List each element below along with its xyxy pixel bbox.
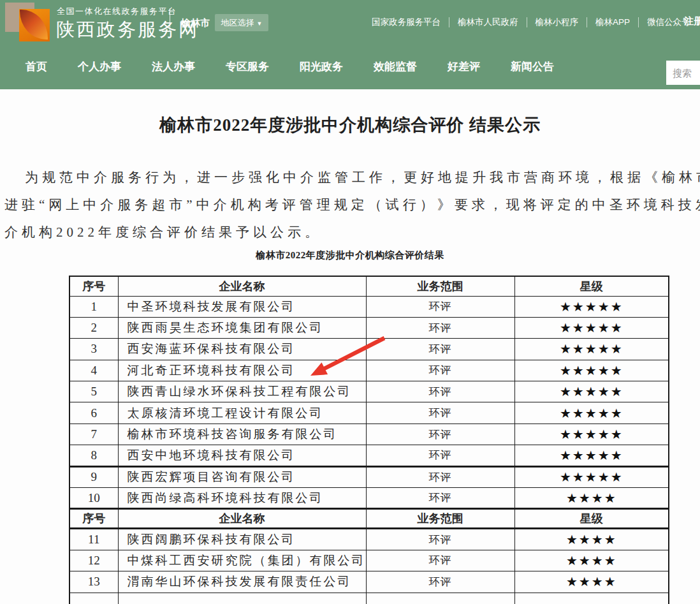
- nav-item-7[interactable]: 新闻公告: [511, 59, 554, 74]
- seq-cell: 6: [69, 402, 118, 424]
- table-row: 8西安中地环境科技有限公司环评★★★★★: [69, 445, 669, 466]
- platform-tagline: 全国一体化在线政务服务平台: [57, 6, 177, 17]
- star-rating-cell: ★★★★: [514, 550, 669, 571]
- table-header-row: 序号企业名称业务范围星级: [69, 276, 669, 296]
- company-name-cell: 中圣环境科技发展有限公司: [118, 296, 366, 317]
- seq-cell: 13: [69, 571, 118, 593]
- region-selector-button[interactable]: 地区选择▼: [215, 14, 268, 31]
- top-links: 国家政务服务平台榆林市人民政府榆林小程序榆林APP微信公众号: [363, 17, 699, 28]
- nav-item-1[interactable]: 个人办事: [78, 59, 121, 74]
- paragraph-line: 为规范中介服务行为，进一步强化中介监管工作，更好地提升我市营商环境，根据《榆林市…: [4, 168, 700, 186]
- table-row: 12中煤科工西安研究院（集团）有限公司环评★★★★: [69, 550, 669, 571]
- nav-item-0[interactable]: 首页: [26, 59, 47, 74]
- star-rating-cell: [514, 593, 669, 604]
- seq-cell: 2: [69, 317, 118, 338]
- column-header-3: 星级: [514, 509, 669, 529]
- site-name: 陕西政务服务网: [56, 17, 199, 43]
- business-scope-cell: 环评: [366, 339, 514, 360]
- star-rating-cell: ★★★★★: [514, 317, 669, 338]
- star-rating-cell: ★★★★★: [514, 402, 669, 424]
- business-scope-cell: 环评: [366, 529, 514, 550]
- company-name-cell: 西安海蓝环保科技有限公司: [118, 339, 366, 360]
- table-header-row: 序号企业名称业务范围星级: [69, 509, 669, 529]
- business-scope-cell: 环评: [366, 317, 514, 338]
- main-nav: 首页个人办事法人办事专区服务阳光政务效能监督好差评新闻公告: [26, 59, 554, 74]
- region-selector-label: 地区选择: [221, 18, 254, 27]
- seq-cell: 8: [69, 445, 118, 466]
- business-scope-cell: 环评: [366, 488, 514, 509]
- company-name-cell: 陕西宏辉项目咨询有限公司: [118, 466, 366, 487]
- seq-cell: 4: [69, 360, 118, 381]
- table-caption: 榆林市2022年度涉批中介机构综合评价结果: [0, 249, 700, 261]
- table-row: 1中圣环境科技发展有限公司环评★★★★★: [69, 296, 669, 317]
- top-link-2[interactable]: 榆林小程序: [527, 17, 588, 27]
- business-scope-cell: 环评: [366, 402, 514, 424]
- top-link-0[interactable]: 国家政务服务平台: [363, 17, 449, 27]
- company-name-cell: 太原核清环境工程设计有限公司: [118, 402, 366, 424]
- company-name-cell: 渭南华山环保科技发展有限责任公司: [118, 571, 366, 593]
- company-name-cell: 陕西尚绿高科环境科技有限公司: [118, 488, 366, 509]
- nav-item-6[interactable]: 好差评: [448, 59, 480, 74]
- seq-cell: 3: [69, 339, 118, 360]
- star-rating-cell: ★★★★: [514, 571, 669, 593]
- company-name-cell: 陕西雨昊生态环境集团有限公司: [118, 317, 366, 338]
- nav-item-2[interactable]: 法人办事: [152, 59, 195, 74]
- table-row: 2陕西雨昊生态环境集团有限公司环评★★★★★: [69, 317, 669, 338]
- seq-cell: 1: [69, 296, 118, 317]
- site-header: 全国一体化在线政务服务平台 陕西政务服务网 榆林市 地区选择▼ 国家政务服务平台…: [0, 0, 700, 89]
- column-header-2: 业务范围: [366, 276, 514, 296]
- site-logo-icon: [5, 3, 51, 46]
- search-input[interactable]: [666, 61, 700, 85]
- business-scope-cell: 环评: [366, 381, 514, 402]
- nav-item-4[interactable]: 阳光政务: [300, 59, 343, 74]
- seq-cell: [69, 593, 118, 604]
- business-scope-cell: 环评: [366, 296, 514, 317]
- evaluation-results-table: 序号企业名称业务范围星级1中圣环境科技发展有限公司环评★★★★★2陕西雨昊生态环…: [69, 276, 669, 604]
- business-scope-cell: 环评: [366, 550, 514, 571]
- business-scope-cell: 环评: [366, 445, 514, 466]
- top-link-3[interactable]: 榆林APP: [587, 17, 639, 27]
- star-rating-cell: ★★★★★: [514, 339, 669, 360]
- seq-cell: 7: [69, 424, 118, 445]
- header-divider: [170, 8, 170, 31]
- register-link[interactable]: 注册: [684, 15, 700, 27]
- page-title: 榆林市2022年度涉批中介机构综合评价 结果公示: [0, 114, 700, 136]
- column-header-3: 星级: [514, 276, 669, 296]
- table-row: 7榆林市环境科技咨询服务有限公司环评★★★★★: [69, 424, 669, 445]
- column-header-0: 序号: [69, 276, 118, 296]
- paragraph-line: 介机构2022年度综合评价结果予以公示。: [4, 223, 322, 241]
- paragraph-line: 进驻“网上中介服务超市”中介机构考评管理规定（试行）》要求，现将评定的中圣环境科…: [4, 196, 700, 214]
- seq-cell: 11: [69, 529, 118, 550]
- company-name-cell: 河北奇正环境科技有限公司: [118, 360, 366, 381]
- star-rating-cell: ★★★★: [514, 529, 669, 550]
- column-header-1: 企业名称: [118, 509, 366, 529]
- seq-cell: 10: [69, 488, 118, 509]
- star-rating-cell: ★★★★★: [514, 381, 669, 402]
- nav-item-3[interactable]: 专区服务: [226, 59, 269, 74]
- nav-item-5[interactable]: 效能监督: [374, 59, 417, 74]
- top-link-1[interactable]: 榆林市人民政府: [449, 17, 527, 27]
- column-header-0: 序号: [69, 509, 118, 529]
- table-row: 3西安海蓝环保科技有限公司环评★★★★★: [69, 339, 669, 360]
- star-rating-cell: ★★★★★: [514, 296, 669, 317]
- seq-cell: 9: [69, 466, 118, 487]
- table-row: 13渭南华山环保科技发展有限责任公司环评★★★★: [69, 571, 669, 593]
- star-rating-cell: ★★★★★: [514, 424, 669, 445]
- star-rating-cell: ★★★★★: [514, 466, 669, 487]
- business-scope-cell: 环评: [366, 360, 514, 381]
- company-name-cell: 陕西青山绿水环保科技工程有限公司: [118, 381, 366, 402]
- company-name-cell: 陕西阔鹏环保科技有限公司: [118, 529, 366, 550]
- table-row: 5陕西青山绿水环保科技工程有限公司环评★★★★★: [69, 381, 669, 402]
- chevron-down-icon: ▼: [257, 20, 263, 27]
- company-name-cell: 西安中地环境科技有限公司: [118, 445, 366, 466]
- table-row: 4河北奇正环境科技有限公司环评★★★★★: [69, 360, 669, 381]
- page: 全国一体化在线政务服务平台 陕西政务服务网 榆林市 地区选择▼ 国家政务服务平台…: [0, 0, 700, 604]
- table-row: 10陕西尚绿高科环境科技有限公司环评★★★★: [69, 488, 669, 509]
- company-name-cell: 榆林市环境科技咨询服务有限公司: [118, 424, 366, 445]
- business-scope-cell: 环评: [366, 571, 514, 593]
- business-scope-cell: 环评: [366, 424, 514, 445]
- current-city-label: 榆林市: [181, 17, 210, 29]
- table-row: [69, 593, 669, 604]
- results-table-body: 序号企业名称业务范围星级1中圣环境科技发展有限公司环评★★★★★2陕西雨昊生态环…: [69, 276, 669, 604]
- column-header-1: 企业名称: [118, 276, 366, 296]
